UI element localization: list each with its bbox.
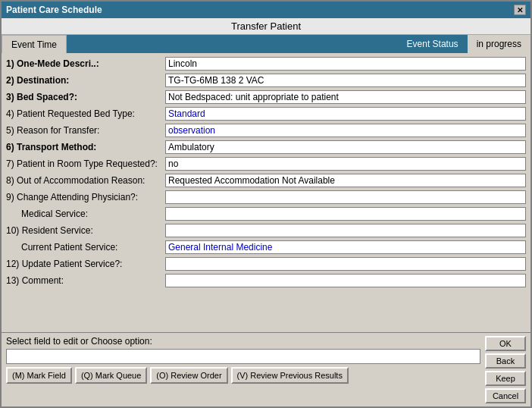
close-button[interactable]: ✕ bbox=[514, 5, 526, 15]
bottom-right-buttons: OKBackKeepCancel bbox=[485, 336, 526, 403]
input-row bbox=[6, 349, 480, 364]
form-row: 3) Bed Spaced?: bbox=[6, 89, 526, 105]
form-label: 1) One-Mede Descri..: bbox=[6, 58, 165, 69]
transfer-header: Transfer Patient bbox=[2, 18, 530, 35]
form-row: 2) Destination: bbox=[6, 73, 526, 88]
form-label: 8) Out of Accommodation Reason: bbox=[6, 175, 165, 186]
tab-event-time[interactable]: Event Time bbox=[2, 35, 67, 53]
action-button-m[interactable]: (M) Mark Field bbox=[6, 367, 72, 384]
form-label: 9) Change Attending Physician?: bbox=[6, 192, 165, 202]
form-label: 6) Transport Method: bbox=[6, 142, 165, 152]
bottom-full: Select field to edit or Choose option: (… bbox=[6, 336, 526, 403]
form-row: 4) Patient Requested Bed Type: bbox=[6, 106, 526, 121]
bottom-area: Select field to edit or Choose option: (… bbox=[2, 332, 530, 406]
action-buttons-row: (M) Mark Field(Q) Mark Queue(O) Review O… bbox=[6, 367, 480, 384]
patient-care-schedule-window: Patient Care Schedule ✕ Transfer Patient… bbox=[0, 0, 532, 408]
form-field-3[interactable] bbox=[165, 107, 526, 121]
form-label: 10) Resident Service: bbox=[6, 225, 165, 236]
form-row: Current Patient Service: bbox=[6, 240, 526, 255]
action-button-o[interactable]: (O) Review Order bbox=[150, 367, 227, 384]
form-row: 6) Transport Method: bbox=[6, 140, 526, 155]
form-row: 8) Out of Accommodation Reason: bbox=[6, 173, 526, 188]
event-status-label: Event Status bbox=[398, 35, 468, 53]
form-row: Medical Service: bbox=[6, 206, 526, 221]
form-row: 1) One-Mede Descri..: bbox=[6, 56, 526, 71]
event-status-value: in progress bbox=[468, 35, 530, 53]
form-field-11[interactable] bbox=[165, 240, 526, 254]
form-field-8[interactable] bbox=[165, 190, 526, 204]
form-row: 13) Comment: bbox=[6, 273, 526, 288]
back-button[interactable]: Back bbox=[485, 353, 526, 369]
form-row: 10) Resident Service: bbox=[6, 223, 526, 238]
cancel-button[interactable]: Cancel bbox=[485, 388, 526, 403]
form-label: 2) Destination: bbox=[6, 75, 165, 86]
form-row: 7) Patient in Room Type Requested?: bbox=[6, 156, 526, 171]
form-field-10[interactable] bbox=[165, 224, 526, 237]
form-row: 5) Reason for Transfer: bbox=[6, 123, 526, 138]
form-field-9[interactable] bbox=[165, 207, 526, 221]
form-label: 4) Patient Requested Bed Type: bbox=[6, 108, 165, 119]
action-button-v[interactable]: (V) Review Previous Results bbox=[231, 367, 349, 384]
form-label: 12) Update Patient Service?: bbox=[6, 259, 165, 269]
form-field-0[interactable] bbox=[165, 57, 526, 71]
form-row: 9) Change Attending Physician?: bbox=[6, 190, 526, 205]
title-bar: Patient Care Schedule ✕ bbox=[2, 2, 530, 18]
bottom-left: Select field to edit or Choose option: (… bbox=[6, 336, 480, 384]
form-field-12[interactable] bbox=[165, 257, 526, 271]
form-label: 7) Patient in Room Type Requested?: bbox=[6, 158, 165, 169]
form-label: Current Patient Service: bbox=[6, 242, 165, 253]
action-button-q[interactable]: (Q) Mark Queue bbox=[75, 367, 147, 384]
select-input[interactable] bbox=[6, 349, 480, 364]
form-field-7[interactable] bbox=[165, 174, 526, 187]
tab-bar: Event Time Event Status in progress bbox=[2, 35, 530, 53]
select-label: Select field to edit or Choose option: bbox=[6, 336, 480, 347]
form-field-13[interactable] bbox=[165, 274, 526, 287]
form-label: Medical Service: bbox=[6, 209, 165, 219]
form-field-4[interactable] bbox=[165, 124, 526, 137]
form-label: 5) Reason for Transfer: bbox=[6, 125, 165, 136]
window-title: Patient Care Schedule bbox=[6, 5, 102, 15]
form-field-1[interactable] bbox=[165, 74, 526, 87]
content-area: 1) One-Mede Descri..:2) Destination:3) B… bbox=[2, 53, 530, 332]
form-field-2[interactable] bbox=[165, 90, 526, 104]
form-label: 13) Comment: bbox=[6, 275, 165, 286]
tab-spacer bbox=[67, 35, 398, 53]
form-row: 12) Update Patient Service?: bbox=[6, 256, 526, 271]
form-scroll[interactable]: 1) One-Mede Descri..:2) Destination:3) B… bbox=[2, 53, 530, 332]
ok-button[interactable]: OK bbox=[485, 336, 526, 351]
form-field-6[interactable] bbox=[165, 157, 526, 171]
keep-button[interactable]: Keep bbox=[485, 371, 526, 386]
form-label: 3) Bed Spaced?: bbox=[6, 92, 165, 102]
form-field-5[interactable] bbox=[165, 140, 526, 154]
